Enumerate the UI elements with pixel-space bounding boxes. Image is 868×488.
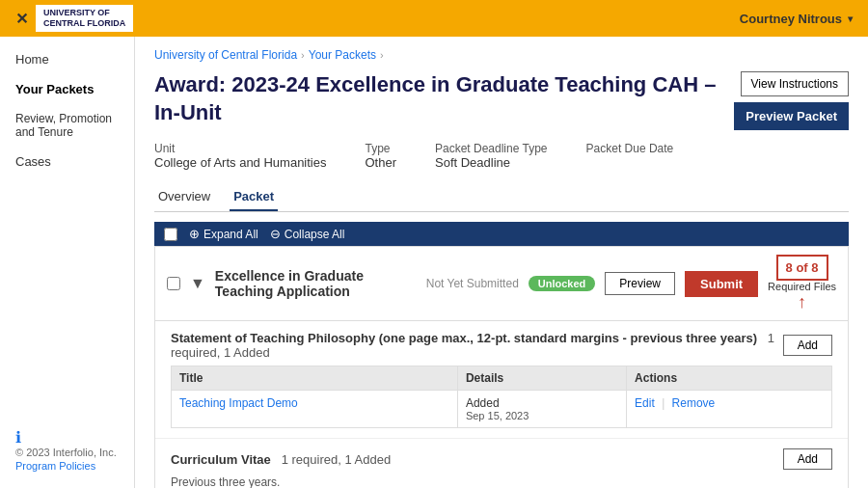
deadline-type-label: Packet Deadline Type xyxy=(435,142,548,155)
section-box: ▼ Excellence in Graduate Teaching Applic… xyxy=(154,246,849,488)
chevron-down-icon: ▾ xyxy=(848,14,853,24)
deadline-type-value: Soft Deadline xyxy=(435,155,510,170)
sidebar-item-cases[interactable]: Cases xyxy=(0,147,134,176)
collapse-circle-icon: ⊖ xyxy=(270,227,281,241)
meta-due-date: Packet Due Date xyxy=(586,142,674,170)
user-name: Courtney Nitrous xyxy=(740,12,842,26)
section-status: Not Yet Submitted xyxy=(426,277,519,290)
files-label: Required Files xyxy=(768,281,836,292)
subsection-title-1: Statement of Teaching Philosophy (one pa… xyxy=(171,331,783,360)
expand-all-label: Expand All xyxy=(203,228,258,241)
col-actions-1: Actions xyxy=(627,366,832,391)
meta-unit: Unit College of Arts and Humanities xyxy=(154,142,326,170)
info-icon: ℹ xyxy=(15,428,120,447)
section-actions: Preview Submit 8 of 8 Required Files ↑ xyxy=(605,255,836,312)
meta-type: Type Other xyxy=(365,142,396,170)
section-preview-button[interactable]: Preview xyxy=(605,272,675,295)
unlocked-badge: Unlocked xyxy=(529,276,596,291)
detail-date-1: Sep 15, 2023 xyxy=(466,410,618,421)
file-title-link-1[interactable]: Teaching Impact Demo xyxy=(179,396,298,410)
add-statement-button[interactable]: Add xyxy=(783,335,832,356)
logo-text: UNIVERSITY OF CENTRAL FLORIDA xyxy=(43,8,125,29)
sidebar-item-review[interactable]: Review, Promotion and Tenure xyxy=(0,104,134,147)
collapse-all-button[interactable]: ⊖ Collapse All xyxy=(270,227,345,241)
remove-link-1[interactable]: Remove xyxy=(672,396,716,410)
sidebar-item-your-packets[interactable]: Your Packets xyxy=(0,74,134,104)
col-details-1: Details xyxy=(457,366,626,391)
meta-row: Unit College of Arts and Humanities Type… xyxy=(154,142,849,170)
page-header: Award: 2023-24 Excellence in Graduate Te… xyxy=(154,71,849,130)
page-title: Award: 2023-24 Excellence in Graduate Te… xyxy=(154,71,734,126)
meta-deadline-type: Packet Deadline Type Soft Deadline xyxy=(435,142,548,170)
col-title-1: Title xyxy=(172,366,458,391)
subsection-title-2: Curriculum Vitae 1 required, 1 Added xyxy=(171,452,391,467)
statement-table: Title Details Actions Teaching Impact De… xyxy=(171,366,832,428)
section-toolbar: ⊕ Expand All ⊖ Collapse All xyxy=(154,222,849,246)
due-date-label: Packet Due Date xyxy=(586,142,674,155)
unit-label: Unit xyxy=(154,142,326,155)
header-buttons: View Instructions Preview Packet xyxy=(734,71,849,130)
breadcrumb-sep-2: › xyxy=(380,49,384,61)
collapse-all-label: Collapse All xyxy=(285,228,345,241)
logo: UNIVERSITY OF CENTRAL FLORIDA xyxy=(36,5,133,32)
select-all-checkbox[interactable] xyxy=(164,228,177,241)
main-content: University of Central Florida › Your Pac… xyxy=(135,37,868,488)
tab-packet[interactable]: Packet xyxy=(230,183,278,211)
action-sep-1: | xyxy=(662,396,665,410)
tabs: Overview Packet xyxy=(154,183,849,212)
subsection-header-1: Statement of Teaching Philosophy (one pa… xyxy=(171,331,832,360)
breadcrumb-sep-1: › xyxy=(301,49,305,61)
section-header: ▼ Excellence in Graduate Teaching Applic… xyxy=(155,247,848,321)
table-row: Teaching Impact Demo Added Sep 15, 2023 … xyxy=(172,391,832,428)
section-submit-button[interactable]: Submit xyxy=(685,271,758,297)
preview-packet-button[interactable]: Preview Packet xyxy=(734,102,849,130)
breadcrumb-your-packets[interactable]: Your Packets xyxy=(309,48,376,62)
type-value: Other xyxy=(365,155,396,170)
breadcrumb-ucf[interactable]: University of Central Florida xyxy=(154,48,297,62)
sidebar-item-home[interactable]: Home xyxy=(0,44,134,74)
files-count-badge: 8 of 8 xyxy=(776,255,828,281)
subsection-statement: Statement of Teaching Philosophy (one pa… xyxy=(155,321,848,439)
section-title: Excellence in Graduate Teaching Applicat… xyxy=(215,268,417,299)
user-menu[interactable]: Courtney Nitrous ▾ xyxy=(740,12,853,26)
tab-overview[interactable]: Overview xyxy=(154,183,214,211)
close-icon[interactable]: ✕ xyxy=(15,10,28,28)
subsection-header-2: Curriculum Vitae 1 required, 1 Added Add xyxy=(171,448,832,470)
edit-link-1[interactable]: Edit xyxy=(635,396,655,410)
type-label: Type xyxy=(365,142,396,155)
top-nav: ✕ UNIVERSITY OF CENTRAL FLORIDA Courtney… xyxy=(0,0,868,37)
expand-circle-icon: ⊕ xyxy=(189,227,200,241)
footer-copyright: © 2023 Interfolio, Inc. xyxy=(15,447,120,458)
add-cv-button[interactable]: Add xyxy=(783,448,832,470)
expand-section-icon[interactable]: ▼ xyxy=(190,275,205,292)
arrow-up-icon: ↑ xyxy=(798,292,806,312)
view-instructions-button[interactable]: View Instructions xyxy=(741,71,850,96)
section-checkbox[interactable] xyxy=(167,277,180,290)
expand-all-button[interactable]: ⊕ Expand All xyxy=(189,227,258,241)
unit-value: College of Arts and Humanities xyxy=(154,155,326,170)
footer-program-policies[interactable]: Program Policies xyxy=(15,460,95,472)
sidebar: Home Your Packets Review, Promotion and … xyxy=(0,37,135,488)
breadcrumb: University of Central Florida › Your Pac… xyxy=(154,48,849,62)
detail-added-1: Added xyxy=(466,396,618,410)
files-badge-container: 8 of 8 Required Files ↑ xyxy=(768,255,836,312)
subsection-cv: Curriculum Vitae 1 required, 1 Added Add… xyxy=(155,439,848,488)
cv-note: Previous three years. xyxy=(171,475,832,488)
